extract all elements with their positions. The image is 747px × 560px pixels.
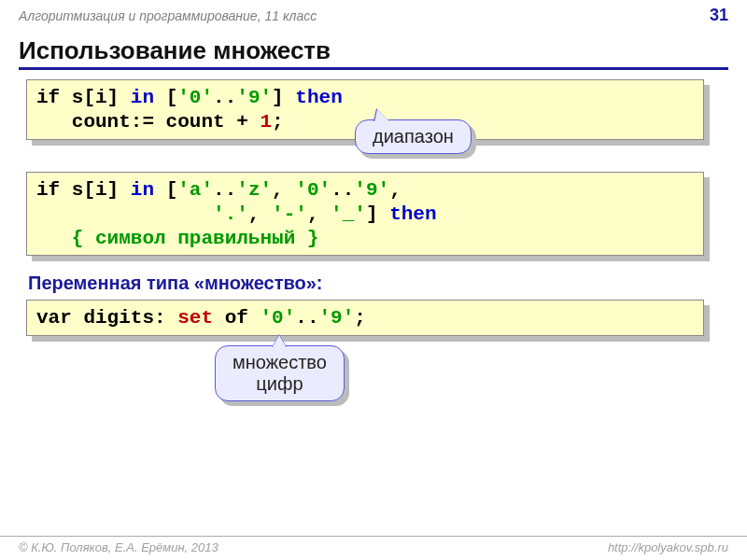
callout-range: диапазон — [355, 119, 472, 154]
code-text: ] — [272, 87, 295, 108]
code-text: , — [272, 179, 295, 201]
code-text: ; — [272, 111, 284, 133]
code-text: , — [389, 179, 402, 201]
keyword-then: then — [389, 203, 436, 225]
keyword-then: then — [295, 87, 342, 108]
footer: © К.Ю. Поляков, Е.А. Ерёмин, 2013 http:/… — [0, 536, 747, 554]
comment: { символ правильный } — [72, 228, 319, 249]
code-text: .. — [295, 307, 318, 329]
callout-label: диапазон — [355, 119, 472, 154]
literal: '0' — [295, 179, 331, 201]
page-number: 31 — [710, 6, 728, 25]
page-title: Использование множеств — [19, 36, 728, 70]
keyword-in: in — [131, 87, 154, 108]
code-text: count:= count + — [36, 111, 260, 133]
code-text — [36, 203, 213, 225]
code-text: .. — [213, 179, 236, 201]
subheading: Переменная типа «множество»: — [28, 273, 728, 294]
code-text: ; — [354, 307, 366, 329]
code-text: ] — [366, 203, 389, 225]
literal: '9' — [319, 307, 355, 329]
breadcrumb: Алгоритмизация и программирование, 11 кл… — [19, 8, 317, 23]
literal: 'a' — [177, 179, 213, 201]
literal: 'z' — [236, 179, 272, 201]
literal: '.' — [213, 203, 248, 225]
number: 1 — [260, 111, 272, 133]
code-text: if s[i] — [36, 179, 131, 201]
copyright: © К.Ю. Поляков, Е.А. Ерёмин, 2013 — [19, 540, 218, 554]
footer-url: http://kpolyakov.spb.ru — [608, 540, 728, 554]
code-block-2: if s[i] in ['a'..'z', '0'..'9', '.', '-'… — [26, 172, 704, 257]
code-text: , — [307, 203, 331, 225]
literal: '_' — [331, 203, 366, 225]
header: Алгоритмизация и программирование, 11 кл… — [0, 0, 747, 29]
code-text: if s[i] — [36, 87, 131, 108]
keyword-set: set — [177, 307, 213, 329]
code-text: [ — [154, 87, 177, 108]
code-block-3: var digits: set of '0'..'9'; — [26, 300, 704, 335]
code-text: .. — [331, 179, 354, 201]
literal: '-' — [272, 203, 307, 225]
code-text: var digits: — [36, 307, 177, 329]
code-text: [ — [154, 179, 177, 201]
literal: '0' — [260, 307, 295, 329]
code-text: .. — [213, 87, 236, 108]
literal: '9' — [236, 87, 272, 108]
code-text: , — [248, 203, 272, 225]
callout-digit-set: множество цифр — [215, 345, 345, 401]
keyword-in: in — [131, 179, 154, 201]
literal: '9' — [354, 179, 389, 201]
callout-label: множество цифр — [215, 345, 345, 401]
code-text — [36, 228, 72, 249]
code-text: of — [213, 307, 260, 329]
literal: '0' — [177, 87, 213, 108]
